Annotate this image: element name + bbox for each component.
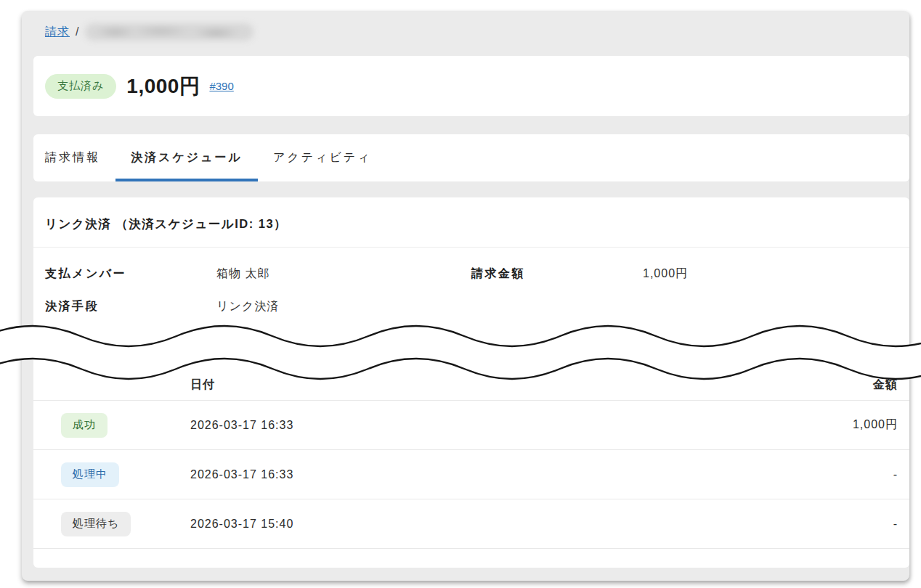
status-badge-success: 成功 [61, 413, 107, 438]
invoice-summary-card: 支払済み 1,000円 #390 [33, 56, 909, 116]
cell-date: 2026-03-17 15:40 [190, 518, 723, 531]
field-billed-amount: 請求金額 1,000円 [471, 266, 898, 282]
table-row: 処理待ち 2026-03-17 15:40 - [33, 499, 909, 549]
page: 請求 / 支払済み 1,000円 #390 請求情報 決済スケジュール アクティ… [0, 0, 921, 588]
status-badge-paid: 支払済み [45, 74, 116, 99]
field-value: 箱物 太郎 [216, 266, 269, 282]
section-title: リンク決済 （決済スケジュールID: 13） [33, 197, 909, 248]
tab-payment-schedule[interactable]: 決済スケジュール [115, 134, 258, 181]
cell-amount: - [723, 468, 898, 481]
attempts-table: 日付 金額 成功 2026-03-17 16:33 1,000円 処理中 202… [33, 367, 909, 549]
breadcrumb-separator: / [76, 25, 79, 38]
field-value: リンク決済 [216, 299, 279, 314]
field-empty [471, 299, 898, 314]
invoice-number-link[interactable]: #390 [209, 80, 233, 92]
app-background-panel: 請求 / 支払済み 1,000円 #390 請求情報 決済スケジュール アクティ… [22, 11, 909, 581]
table-header-row: 日付 金額 [33, 367, 909, 401]
status-badge-processing: 処理中 [61, 462, 119, 487]
field-payment-method: 決済手段 リンク決済 [45, 299, 471, 314]
field-label: 決済手段 [45, 299, 216, 314]
table-row: 成功 2026-03-17 16:33 1,000円 [33, 401, 909, 450]
field-value: 1,000円 [643, 266, 688, 282]
field-payer: 支払メンバー 箱物 太郎 [45, 266, 471, 282]
breadcrumb: 請求 / [45, 23, 253, 41]
field-label: 請求金額 [471, 266, 643, 282]
payment-schedule-card: リンク決済 （決済スケジュールID: 13） 支払メンバー 箱物 太郎 請求金額… [33, 197, 909, 568]
field-label: 支払メンバー [45, 266, 216, 282]
breadcrumb-redacted-text [85, 23, 253, 41]
cell-amount: 1,000円 [723, 417, 898, 433]
tab-activity[interactable]: アクティビティ [258, 134, 387, 181]
breadcrumb-link-invoices[interactable]: 請求 [45, 25, 70, 40]
schedule-fields: 支払メンバー 箱物 太郎 請求金額 1,000円 決済手段 リンク決済 [33, 248, 909, 314]
header-date: 日付 [190, 377, 723, 393]
status-badge-pending: 処理待ち [61, 512, 131, 536]
tab-bar: 請求情報 決済スケジュール アクティビティ [33, 134, 909, 181]
cell-amount: - [723, 518, 898, 531]
invoice-amount: 1,000円 [126, 73, 200, 100]
table-row: 処理中 2026-03-17 16:33 - [33, 450, 909, 499]
tab-invoice-info[interactable]: 請求情報 [33, 134, 115, 181]
cell-date: 2026-03-17 16:33 [190, 419, 723, 432]
header-amount: 金額 [723, 377, 898, 393]
cell-date: 2026-03-17 16:33 [190, 468, 723, 481]
